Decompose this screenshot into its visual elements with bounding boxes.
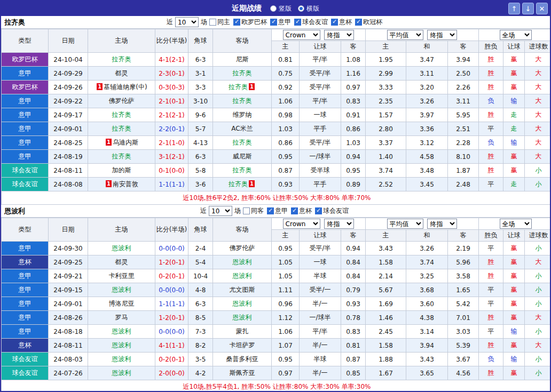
avg-home-odds: 1.58 <box>366 339 406 353</box>
close-button[interactable]: ✕ <box>536 3 548 14</box>
team-link: 斯佩齐亚 <box>230 369 255 377</box>
match-row: 球会友谊24-08-11加的斯0-1(0-0)5-8拉齐奥0.87受半球0.95… <box>2 164 551 178</box>
scope-select-cell: 全场 <box>479 218 551 230</box>
avg-away-odds: 5.95 <box>448 108 479 122</box>
checkbox-icon <box>209 19 216 26</box>
checkbox-icon <box>291 207 298 214</box>
handicap-result-cell: 走 <box>503 108 525 122</box>
team-link: 维罗纳 <box>233 111 252 118</box>
league-type-cell: 意甲 <box>2 311 49 325</box>
handicap-result-cell: 输 <box>503 94 525 108</box>
bookmaker-select[interactable]: Crown <box>283 219 320 229</box>
handicap-line: 受半球 <box>300 164 341 178</box>
score-cell: 2-1(2-1) <box>155 108 188 122</box>
odds-stage-select[interactable]: 终指 <box>427 30 457 40</box>
handicap-result-cell: 赢 <box>503 150 525 164</box>
layout-radio[interactable]: 竖版 <box>270 4 292 13</box>
avg-draw-odds: 3.43 <box>406 353 448 366</box>
handicap-home-odds: 1.03 <box>272 122 300 136</box>
summary-text: 近10场,胜5平4负1, 胜率:50% 让胜率:80% 大率:30% 单率:30… <box>2 380 551 392</box>
handicap-home-odds: 0.75 <box>272 67 300 81</box>
avg-draw-odds: 3.74 <box>406 255 448 269</box>
odds-stage-select[interactable]: 终指 <box>427 219 457 229</box>
league-type-cell: 意甲 <box>2 108 49 122</box>
score-cell: 4-1(1-1) <box>155 339 188 353</box>
titlebar: 近期战绩 竖版横版 ↑ ↓ ✕ <box>1 1 550 16</box>
avg-home-odds: 3.37 <box>366 136 406 150</box>
scope-select[interactable]: 全场 <box>500 219 532 229</box>
league-filter-checkbox[interactable]: 欧罗巴杯 <box>233 18 267 27</box>
league-filter-checkbox[interactable]: 同客 <box>243 206 264 215</box>
team-link: 基辅迪纳摩(中) <box>104 83 147 91</box>
goals-result-cell: 小 <box>525 269 551 283</box>
avg-draw-odds: 3.11 <box>406 67 448 81</box>
col-header-result: 胜负 <box>479 41 503 53</box>
checkbox-icon <box>270 19 277 26</box>
handicap-away-odds: 0.94 <box>341 242 366 255</box>
away-team-cell: 拉齐奥 <box>213 67 272 81</box>
handicap-home-odds: 1.05 <box>272 255 300 269</box>
avg-odds-select[interactable]: 平均值 <box>387 219 423 229</box>
match-date: 24-08-08 <box>49 178 88 191</box>
handicap-home-odds: 0.95 <box>272 353 300 366</box>
league-filter-checkbox[interactable]: 球会友谊 <box>315 206 349 215</box>
goals-result-cell: 小 <box>525 164 551 178</box>
avg-home-odds: 1.67 <box>366 366 406 380</box>
match-count-select[interactable]: 10 <box>175 17 199 27</box>
bookmaker-select[interactable]: Crown <box>283 30 320 40</box>
match-row: 意甲24-09-22佛罗伦萨2-1(0-1)3-10拉齐奥1.06平/半0.83… <box>2 94 551 108</box>
handicap-line: 受半/一 <box>300 283 341 297</box>
team-link: 拉齐奥 <box>229 180 248 188</box>
league-filter-checkbox[interactable]: 意杯 <box>291 206 312 215</box>
col-header-odds-draw: 和 <box>406 41 448 53</box>
scope-select[interactable]: 全场 <box>500 30 532 40</box>
avg-home-odds: 2.52 <box>366 178 406 191</box>
handicap-line: 受平/半 <box>300 242 341 255</box>
handicap-line: 一/球半 <box>300 150 341 164</box>
league-filter-checkbox[interactable]: 欧冠杯 <box>355 18 382 27</box>
summary-text: 近10场,胜6平2负2, 胜率:60% 让胜率:50% 大率:80% 单率:70… <box>2 191 551 205</box>
move-up-button[interactable]: ↑ <box>508 3 520 14</box>
checkbox-label: 欧罗巴杯 <box>241 18 267 27</box>
league-filter-checkbox[interactable]: 意甲 <box>270 18 291 27</box>
avg-draw-odds: 3.12 <box>406 136 448 150</box>
league-type-cell: 意甲 <box>2 269 49 283</box>
handicap-result-cell: 赢 <box>503 269 525 283</box>
league-type-cell: 球会友谊 <box>2 178 49 191</box>
handicap-stage-select[interactable]: 终指 <box>324 219 354 229</box>
league-filter-checkbox[interactable]: 意杯 <box>331 18 352 27</box>
home-team-cell: 拉齐奥 <box>88 53 155 67</box>
team-link: 卡坦萨罗 <box>230 341 255 349</box>
col-header-date: 日期 <box>49 218 88 242</box>
col-header-away: 客场 <box>213 29 272 53</box>
layout-radio[interactable]: 横版 <box>298 4 319 13</box>
layout-radio-group: 竖版横版 <box>270 4 319 13</box>
away-team-cell: 维罗纳 <box>213 108 272 122</box>
match-row: 欧罗巴杯24-10-04拉齐奥4-1(2-1)6-3尼斯0.81平/半1.081… <box>2 53 551 67</box>
avg-odds-select[interactable]: 平均值 <box>387 30 423 40</box>
handicap-line: 一/球半 <box>300 311 341 325</box>
league-filter-checkbox[interactable]: 意甲 <box>267 206 288 215</box>
checkbox-icon <box>243 207 250 214</box>
checkbox-label: 同客 <box>251 206 264 215</box>
home-team-cell: 恩波利 <box>88 325 155 339</box>
league-filter-checkbox[interactable]: 同主 <box>209 18 230 27</box>
team-link: 恩波利 <box>112 355 131 363</box>
recent-results-window: 近期战绩 竖版横版 ↑ ↓ ✕ 拉齐奥 近 10 场 同主欧罗巴杯意甲球会友谊意… <box>0 0 551 392</box>
handicap-away-odds: 0.81 <box>341 339 366 353</box>
titlebar-buttons: ↑ ↓ ✕ <box>508 3 548 14</box>
league-filter-checkbox[interactable]: 球会友谊 <box>294 18 328 27</box>
match-count-select[interactable]: 10 <box>209 206 232 216</box>
avg-draw-odds: 3.60 <box>406 297 448 311</box>
avg-home-odds: 2.99 <box>366 67 406 81</box>
move-down-button[interactable]: ↓ <box>522 3 534 14</box>
handicap-away-odds: 0.91 <box>341 108 366 122</box>
handicap-stage-select[interactable]: 终指 <box>324 30 354 40</box>
checkbox-icon <box>355 19 362 26</box>
home-team-cell: 1基辅迪纳摩(中) <box>88 81 155 94</box>
avg-away-odds: 8.10 <box>448 150 479 164</box>
col-header-home: 主场 <box>88 29 155 53</box>
handicap-away-odds: 0.86 <box>341 122 366 136</box>
avg-draw-odds: 3.45 <box>406 178 448 191</box>
handicap-away-odds: 0.79 <box>341 283 366 297</box>
